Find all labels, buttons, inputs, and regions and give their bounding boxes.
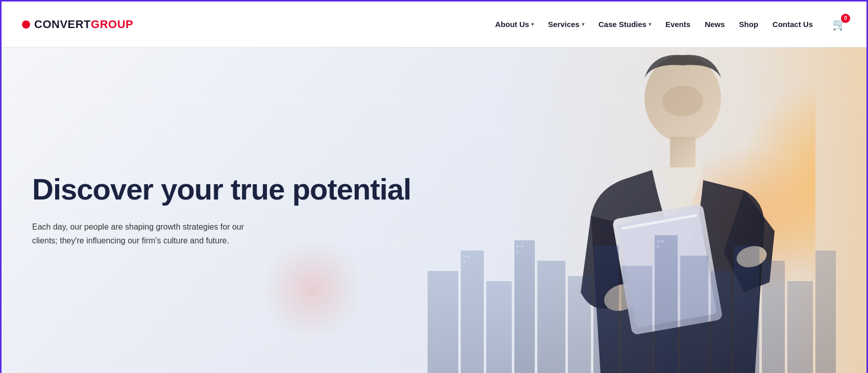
svg-rect-6 [593,245,619,373]
hero-content: Discover your true potential Each day, o… [2,173,411,247]
hero-section: Discover your true potential Each day, o… [2,47,866,373]
nav-label-contact-us: Contact Us [773,20,813,29]
svg-rect-17 [463,261,465,263]
hero-subtitle: Each day, our people are shaping growth … [32,220,267,247]
nav-label-shop: Shop [739,20,758,29]
cart-button[interactable]: 🛒 0 [832,18,846,31]
svg-rect-20 [517,251,519,253]
nav-item-contact-us[interactable]: Contact Us [773,20,813,29]
svg-rect-7 [622,266,652,373]
nav-label-about-us: About Us [495,20,529,29]
svg-rect-22 [661,240,663,242]
svg-rect-9 [680,256,708,373]
nav-item-about-us[interactable]: About Us ▾ [495,20,534,29]
main-nav: About Us ▾ Services ▾ Case Studies ▾ Eve… [495,18,846,31]
nav-label-case-studies: Case Studies [599,20,647,29]
logo-group: GROUP [91,18,133,31]
chevron-down-icon-services: ▾ [582,21,584,27]
svg-rect-18 [517,245,519,247]
svg-rect-12 [762,261,785,373]
svg-rect-11 [734,245,759,373]
nav-item-news[interactable]: News [705,20,725,29]
hero-left-glow [261,238,363,340]
logo[interactable]: CONVERTGROUP [22,18,133,31]
svg-point-32 [662,86,703,116]
logo-text: CONVERTGROUP [34,18,133,31]
cart-badge: 0 [841,14,850,23]
cityscape-illustration [428,230,836,373]
nav-item-services[interactable]: Services ▾ [548,20,584,29]
nav-label-services: Services [548,20,580,29]
svg-rect-8 [655,235,678,373]
chevron-down-icon-about: ▾ [531,21,534,27]
svg-rect-3 [514,240,535,373]
logo-dot [22,20,30,29]
svg-rect-2 [486,281,512,373]
svg-rect-16 [467,256,469,258]
svg-rect-21 [657,240,659,242]
svg-rect-4 [537,261,565,373]
svg-rect-19 [521,245,523,247]
header: CONVERTGROUP About Us ▾ Services ▾ Case … [2,2,866,47]
nav-item-shop[interactable]: Shop [739,20,758,29]
logo-convert: CONVERT [34,18,91,31]
nav-item-case-studies[interactable]: Case Studies ▾ [599,20,651,29]
svg-rect-13 [787,281,813,373]
svg-rect-5 [568,276,591,373]
svg-rect-0 [428,271,458,373]
chevron-down-icon-case-studies: ▾ [649,21,651,27]
nav-item-events[interactable]: Events [665,20,690,29]
svg-rect-26 [670,137,696,167]
svg-rect-23 [657,245,659,247]
svg-rect-10 [711,271,731,373]
nav-label-news: News [705,20,725,29]
svg-rect-15 [463,256,465,258]
hero-title: Discover your true potential [32,173,411,206]
nav-label-events: Events [665,20,690,29]
svg-rect-1 [461,251,484,373]
svg-rect-14 [815,251,836,373]
